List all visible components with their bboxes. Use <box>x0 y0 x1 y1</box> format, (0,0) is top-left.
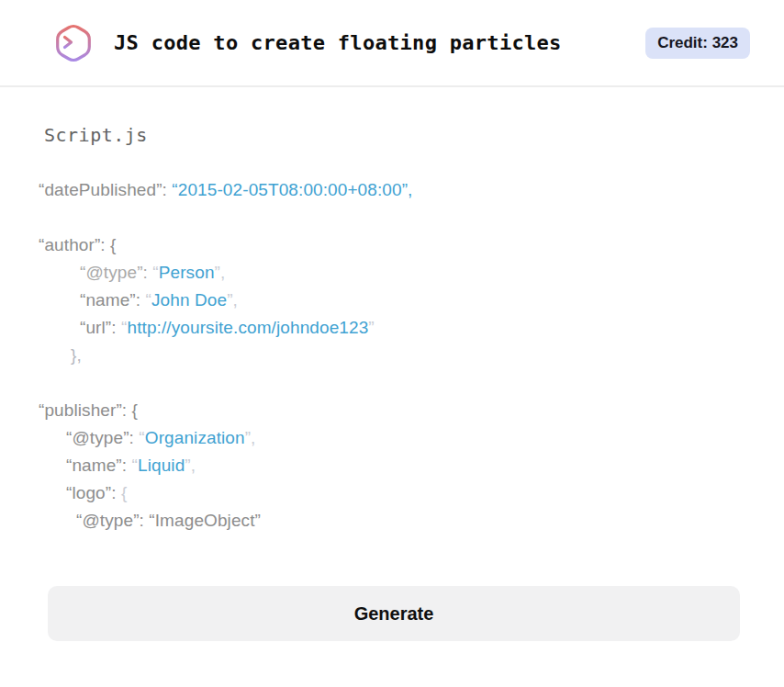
code-line <box>39 369 742 397</box>
code-line: “@type”: “Person”, <box>39 259 742 287</box>
code-segment: “logo”: <box>66 483 121 502</box>
code-segment: Person <box>159 263 215 282</box>
code-line: “logo”: { <box>39 479 742 507</box>
code-line: “@type”: “ImageObject” <box>39 507 742 535</box>
code-segment: ” <box>368 318 374 337</box>
code-line: “url”: “http://yoursite.com/johndoe123” <box>39 314 742 342</box>
code-segment: “@type”: <box>66 428 139 447</box>
code-segment: “2015-02-05T08:00:00+08:00”, <box>172 180 412 199</box>
page-title: JS code to create floating particles <box>114 31 645 54</box>
code-segment: ”, <box>245 428 256 447</box>
code-segment: { <box>121 483 127 502</box>
code-line: }, <box>39 342 742 369</box>
code-segment: Organization <box>145 428 245 447</box>
code-segment: “datePublished”: <box>39 180 172 199</box>
terminal-hexagon-icon <box>51 21 95 65</box>
code-line: “datePublished”: “2015-02-05T08:00:00+08… <box>39 176 742 204</box>
code-line: “name”: “Liquid”, <box>39 452 742 479</box>
filename-heading: Script.js <box>44 124 742 146</box>
code-segment: “@type”: “ImageObject” <box>76 511 261 530</box>
code-line <box>39 204 742 231</box>
code-segment: }, <box>71 345 82 365</box>
code-segment: “url”: <box>80 318 121 337</box>
code-block: “datePublished”: “2015-02-05T08:00:00+08… <box>39 176 742 535</box>
code-line: “@type”: “Organization”, <box>39 424 742 452</box>
code-segment: ”, <box>227 290 238 310</box>
code-segment: John Doe <box>151 290 227 310</box>
code-segment: “@type”: <box>80 263 152 282</box>
code-segment: http://yoursite.com/johndoe123 <box>127 318 368 337</box>
code-line: “name”: “John Doe”, <box>39 287 742 314</box>
code-segment: “name”: <box>66 456 132 475</box>
code-segment: “publisher”: { <box>39 400 138 420</box>
code-line: “publisher”: { <box>39 397 742 424</box>
code-segment: ”, <box>215 263 226 282</box>
code-segment: “name”: <box>80 290 146 310</box>
code-segment: ”, <box>185 456 196 475</box>
credit-badge: Credit: 323 <box>645 28 750 59</box>
generate-button[interactable]: Generate <box>48 586 740 641</box>
editor-panel: Script.js “datePublished”: “2015-02-05T0… <box>0 87 784 535</box>
code-segment: Liquid <box>138 456 185 475</box>
app-header: JS code to create floating particles Cre… <box>0 0 784 87</box>
code-segment: “author”: { <box>39 235 117 254</box>
code-line: “author”: { <box>39 231 742 259</box>
